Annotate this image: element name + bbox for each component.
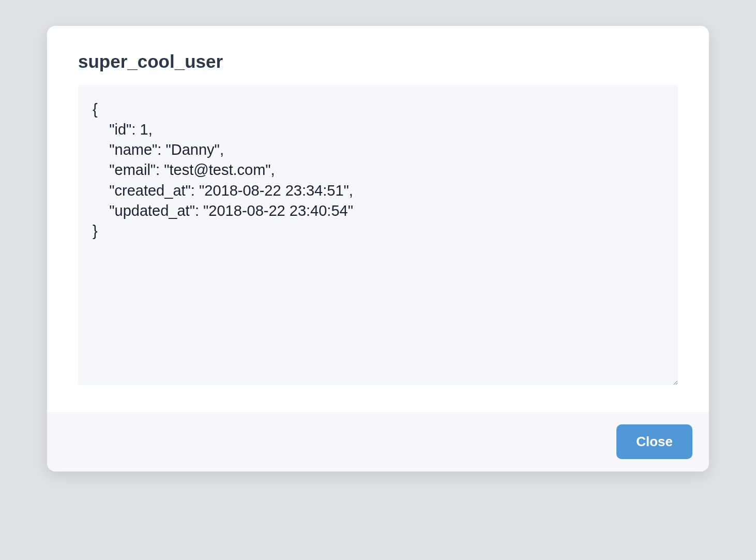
json-content-textarea[interactable] <box>78 85 678 385</box>
modal-body <box>47 85 709 412</box>
modal-dialog: super_cool_user Close <box>47 26 709 471</box>
close-button[interactable]: Close <box>616 424 692 459</box>
modal-footer: Close <box>47 412 709 471</box>
modal-header: super_cool_user <box>47 26 709 85</box>
modal-title: super_cool_user <box>78 51 678 72</box>
